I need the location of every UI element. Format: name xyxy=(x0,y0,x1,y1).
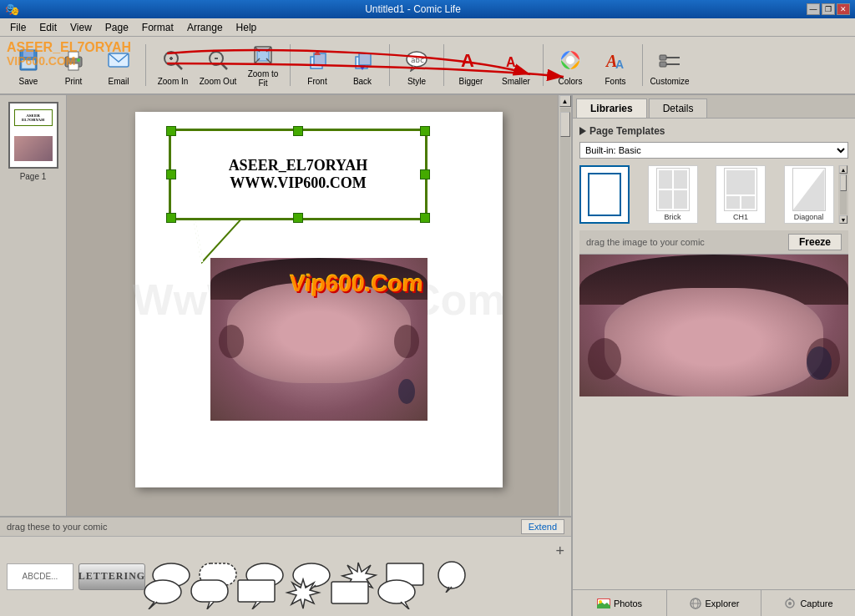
tray-lettering-btn: LETTERING xyxy=(78,563,145,590)
menu-format[interactable]: Format xyxy=(135,20,180,35)
comic-canvas[interactable]: WwW.Vip600.Com ASEER_EL7ORYAH WWW.VIP600… xyxy=(135,112,503,487)
template-brick[interactable]: Brick xyxy=(648,165,698,224)
page-1-label: Page 1 xyxy=(3,172,63,181)
speech-bubble[interactable]: ASEER_EL7ORYAH WWW.VIP600.COM xyxy=(169,129,428,220)
svg-point-59 xyxy=(438,562,465,588)
template-scroll-track[interactable] xyxy=(840,174,847,215)
close-button[interactable]: ✕ xyxy=(837,3,850,15)
template-scrollbar[interactable]: ▲ ▼ xyxy=(838,165,848,224)
bubble-handle-tr[interactable] xyxy=(420,126,430,136)
email-button[interactable]: Email xyxy=(97,40,140,90)
template-ch1[interactable]: CH1 xyxy=(716,165,766,224)
template-scroll-up[interactable]: ▲ xyxy=(839,165,847,174)
tray-lettering[interactable]: LETTERING xyxy=(78,563,145,590)
tab-libraries[interactable]: Libraries xyxy=(576,98,647,118)
bigger-label: Bigger xyxy=(459,77,483,86)
extend-button[interactable]: Extend xyxy=(521,519,564,534)
front-button[interactable]: Front xyxy=(296,40,339,90)
bubble-handle-tl[interactable] xyxy=(166,126,176,136)
expand-triangle[interactable] xyxy=(579,127,586,135)
fonts-label: Fonts xyxy=(605,77,625,86)
tray-rect-r2[interactable] xyxy=(329,578,371,609)
save-button[interactable]: Save xyxy=(7,40,50,90)
template-scroll-down[interactable]: ▼ xyxy=(839,215,847,224)
lettering-text: LETTERING xyxy=(78,570,145,583)
menu-arrange[interactable]: Arrange xyxy=(180,20,230,35)
print-button[interactable]: Print xyxy=(52,40,95,90)
bubble-handle-ml[interactable] xyxy=(166,169,176,179)
print-icon xyxy=(58,45,89,75)
svg-rect-1 xyxy=(23,50,33,57)
template-dropdown[interactable]: Built-in: Basic xyxy=(579,142,848,159)
tray-tall-bubble[interactable] xyxy=(431,561,473,593)
explorer-button[interactable]: Explorer xyxy=(667,590,761,616)
page-thumbnail-1[interactable]: ASEEREL7ORYAH xyxy=(8,102,58,169)
zoom-in-label: Zoom In xyxy=(158,77,189,86)
svg-rect-2 xyxy=(22,60,35,68)
photos-button[interactable]: Photos xyxy=(573,590,667,616)
fonts-icon: AA xyxy=(600,45,630,75)
tray-burst-r2[interactable] xyxy=(282,578,324,609)
template-blank[interactable] xyxy=(579,165,630,224)
freeze-button[interactable]: Freeze xyxy=(788,234,842,250)
menu-help[interactable]: Help xyxy=(230,20,264,35)
menu-edit[interactable]: Edit xyxy=(33,20,63,35)
window-title: Untitled1 - Comic Life xyxy=(19,3,807,15)
bubble-r2-1-svg xyxy=(142,578,184,609)
bubble-tail-svg xyxy=(185,216,252,266)
maximize-button[interactable]: ❐ xyxy=(822,3,835,15)
svg-point-44 xyxy=(599,600,602,603)
right-panel-content: Page Templates Built-in: Basic xyxy=(573,119,855,589)
zoom-out-icon xyxy=(203,45,233,75)
tray-bubble-r2-1[interactable] xyxy=(142,578,184,609)
bubble-line2: WWW.VIP600.COM xyxy=(230,174,366,192)
capture-button[interactable]: Capture xyxy=(761,590,855,616)
back-button[interactable]: Back xyxy=(341,40,384,90)
bigger-button[interactable]: A Bigger xyxy=(449,40,493,90)
menu-view[interactable]: View xyxy=(63,20,99,35)
bigger-icon: A xyxy=(456,45,486,75)
tray-bubble-right[interactable] xyxy=(376,578,417,609)
colors-icon xyxy=(555,45,585,75)
tab-details[interactable]: Details xyxy=(649,98,708,118)
svg-rect-64 xyxy=(331,582,368,603)
scroll-thumb-v[interactable] xyxy=(560,112,570,137)
tray-text-bubble[interactable]: ABCDE... xyxy=(7,563,73,590)
template-scroll-thumb[interactable] xyxy=(840,174,847,191)
capture-label: Capture xyxy=(800,598,832,608)
menu-page[interactable]: Page xyxy=(99,20,135,35)
bubble-handle-br[interactable] xyxy=(420,213,430,223)
zoom-fit-icon xyxy=(248,43,278,68)
zoom-in-button[interactable]: Zoom In xyxy=(151,40,195,90)
svg-point-49 xyxy=(788,602,792,605)
template-diagonal[interactable]: Diagonal xyxy=(784,165,834,224)
bottom-tray: drag these to your comic Extend ABCDE...… xyxy=(0,516,571,616)
zoom-fit-button[interactable]: Zoom to Fit xyxy=(241,40,285,90)
scroll-up-arrow[interactable]: ▲ xyxy=(559,95,571,107)
colors-button[interactable]: Colors xyxy=(549,40,592,90)
customize-button[interactable]: Customize xyxy=(648,40,691,90)
zoom-fit-label: Zoom to Fit xyxy=(244,69,282,88)
svg-marker-23 xyxy=(314,50,321,55)
bubble-handle-bl[interactable] xyxy=(166,213,176,223)
tray-bubble-r2-3[interactable] xyxy=(235,578,277,609)
bubble-handle-mr[interactable] xyxy=(420,169,430,179)
fonts-button[interactable]: AA Fonts xyxy=(594,40,637,90)
menu-file[interactable]: File xyxy=(3,20,33,35)
bubble-handle-bc[interactable] xyxy=(293,213,303,223)
bubble-handle-tc[interactable] xyxy=(293,126,303,136)
tray-add-button[interactable]: + xyxy=(555,543,564,560)
explorer-icon xyxy=(689,598,702,609)
right-panel-tabs: Libraries Details xyxy=(573,95,855,119)
style-button[interactable]: abc Style xyxy=(395,40,438,90)
minimize-button[interactable]: — xyxy=(807,3,820,15)
zoom-out-button[interactable]: Zoom Out xyxy=(196,40,240,90)
burst-r2-svg xyxy=(282,578,324,609)
svg-rect-22 xyxy=(314,53,326,65)
svg-marker-63 xyxy=(287,579,319,608)
preview-headphone xyxy=(807,346,832,380)
smaller-button[interactable]: A Smaller xyxy=(494,40,538,90)
back-label: Back xyxy=(353,77,372,86)
tray-bubble-r2-2[interactable] xyxy=(189,578,230,609)
svg-rect-25 xyxy=(359,53,371,65)
